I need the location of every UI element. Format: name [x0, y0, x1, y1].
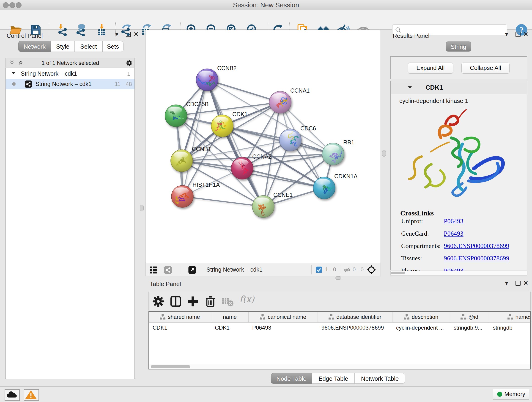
table-panel-float-icon[interactable]	[514, 279, 522, 287]
crosslink-label: Tissues:	[401, 255, 444, 262]
crosslink-link[interactable]: 9606.ENSP00000378699	[444, 242, 509, 249]
network-edge-count: 48	[126, 79, 132, 89]
column-header-namespace[interactable]: namespace	[489, 312, 531, 322]
collection-expander-icon[interactable]	[11, 70, 16, 77]
left-splitter-handle[interactable]	[140, 205, 144, 211]
protein-section-header[interactable]: CDK1	[391, 81, 527, 94]
network-node-cdk1[interactable]	[211, 115, 233, 137]
table-cell[interactable]: stringdb:9...	[450, 322, 489, 333]
crosslink-link[interactable]: 9606.ENSP00000378699	[444, 255, 509, 262]
network-node-ccne1[interactable]	[252, 196, 274, 217]
hidden-eye-icon[interactable]	[343, 266, 351, 274]
tab-sets[interactable]: Sets	[102, 41, 123, 52]
results-panel-float-icon[interactable]	[514, 30, 522, 38]
show-column-icon[interactable]	[169, 295, 182, 308]
tab-network-table[interactable]: Network Table	[355, 373, 405, 384]
right-splitter-handle[interactable]	[382, 150, 386, 157]
protein-structure-image	[402, 108, 510, 205]
crosslink-row: Tissues:9606.ENSP00000378699	[401, 255, 509, 262]
table-cell[interactable]: P06493	[249, 322, 318, 333]
table-row[interactable]: CDK1CDK1P064939606.ENSP00000378699cyclin…	[149, 322, 530, 333]
column-header-shared-name[interactable]: shared name	[149, 312, 211, 322]
column-tree-icon	[507, 314, 513, 320]
network-node-hist1h1a[interactable]	[171, 185, 193, 207]
tab-string-results[interactable]: String	[446, 41, 471, 51]
results-panel-close-icon[interactable]: ✕	[522, 30, 530, 38]
memory-status-dot-icon	[497, 392, 502, 397]
table-panel-menu-icon[interactable]: ▾	[503, 279, 510, 287]
network-node-cdkn1a[interactable]	[313, 177, 336, 199]
control-panel-menu-icon[interactable]: ▾	[113, 30, 121, 38]
network-node-ccnb2[interactable]	[196, 69, 218, 91]
function-builder-icon[interactable]: f(x)	[239, 294, 254, 304]
network-node-ccna1[interactable]	[269, 91, 291, 113]
results-panel: Results Panel ▾ ✕ String Expand All Coll…	[389, 30, 532, 277]
delete-table-icon[interactable]	[221, 295, 234, 308]
warning-status-button[interactable]	[24, 389, 39, 401]
network-node-cdc25b[interactable]	[165, 105, 187, 127]
node-label-cdc6: CDC6	[300, 125, 316, 132]
results-panel-menu-icon[interactable]: ▾	[503, 30, 510, 38]
column-header-canonical-name[interactable]: canonical name	[249, 312, 318, 322]
table-horizontal-scrollbar[interactable]	[149, 364, 530, 369]
network-list-options-gear-icon[interactable]	[126, 60, 133, 67]
collapse-all-button[interactable]: Collapse All	[462, 63, 510, 74]
column-tree-icon	[461, 314, 466, 320]
column-header--id[interactable]: @id	[450, 312, 489, 322]
tab-node-table[interactable]: Node Table	[271, 373, 312, 384]
network-node-cdc6[interactable]	[279, 128, 303, 151]
node-table: shared namenamecanonical namedatabase id…	[148, 311, 531, 370]
network-row-selected[interactable]: String Network – cdk1 11 48	[6, 79, 134, 89]
tab-style[interactable]: Style	[51, 41, 75, 52]
create-column-plus-icon[interactable]	[186, 295, 199, 308]
titlebar: Session: New Session	[0, 0, 532, 10]
network-view-canvas[interactable]: CCNB2CCNA1CDC25BCDK1CDC6RB1CCNB1CCNA2CDK…	[145, 30, 381, 263]
crosslink-link[interactable]: P06493	[444, 217, 463, 225]
section-collapse-caret-icon[interactable]	[407, 85, 413, 91]
open-in-window-icon[interactable]	[188, 266, 196, 275]
column-header-description[interactable]: description	[393, 312, 450, 322]
network-share-icon[interactable]	[164, 266, 172, 275]
network-edge-hist1h1a-ccne1[interactable]	[182, 196, 263, 206]
network-node-rb1[interactable]	[322, 143, 344, 165]
network-collection-row[interactable]: String Network – cdk1 1	[6, 69, 134, 79]
table-cell[interactable]: cyclin-dependent ...	[393, 322, 450, 333]
tab-edge-table[interactable]: Edge Table	[312, 373, 355, 384]
column-label: namespace	[515, 314, 531, 320]
delete-column-trash-icon[interactable]	[204, 295, 217, 308]
results-scrollbar-thumb[interactable]	[391, 272, 405, 274]
table-options-gear-icon[interactable]	[152, 295, 165, 308]
column-header-name[interactable]: name	[211, 312, 249, 322]
network-node-ccnb1[interactable]	[171, 150, 193, 172]
selected-checkbox-icon[interactable]	[316, 266, 322, 274]
memory-button[interactable]: Memory	[493, 389, 529, 400]
expand-all-button[interactable]: Expand All	[408, 63, 453, 74]
network-edge-ccnb2-ccna1[interactable]	[207, 80, 280, 102]
node-label-hist1h1a: HIST1H1A	[192, 182, 220, 188]
table-panel-close-icon[interactable]: ✕	[522, 279, 530, 287]
collection-label: String Network – cdk1	[21, 69, 77, 79]
tab-select[interactable]: Select	[75, 41, 102, 52]
column-header-database-identifier[interactable]: database identifier	[318, 312, 393, 322]
table-scrollbar-thumb[interactable]	[151, 365, 190, 368]
fit-target-icon[interactable]	[367, 265, 376, 275]
table-cell[interactable]: 9606.ENSP00000378699	[318, 322, 393, 333]
network-list-header: 1 of 1 Network selected	[6, 58, 135, 68]
toolbar-separator	[180, 265, 180, 274]
table-cell[interactable]: stringdb	[489, 322, 531, 333]
tab-network[interactable]: Network	[18, 41, 51, 52]
table-cell[interactable]: CDK1	[211, 322, 249, 333]
protein-section: CDK1 cyclin-dependent kinase 1	[390, 81, 527, 270]
control-panel-close-icon[interactable]: ✕	[132, 30, 140, 38]
results-horizontal-scrollbar[interactable]	[390, 271, 527, 275]
control-panel-float-icon[interactable]	[124, 30, 132, 38]
table-cell[interactable]: CDK1	[149, 322, 211, 333]
crosslink-link[interactable]: P06493	[444, 230, 463, 237]
birdseye-view-icon[interactable]	[150, 266, 158, 275]
cloud-status-button[interactable]	[5, 389, 20, 401]
window-title: Session: New Session	[0, 0, 532, 10]
hidden-node-edge-count: 0 - 0	[353, 263, 364, 276]
column-label: @id	[468, 314, 478, 320]
network-node-ccna2[interactable]	[231, 157, 253, 179]
node-label-ccna2: CCNA2	[252, 153, 272, 160]
